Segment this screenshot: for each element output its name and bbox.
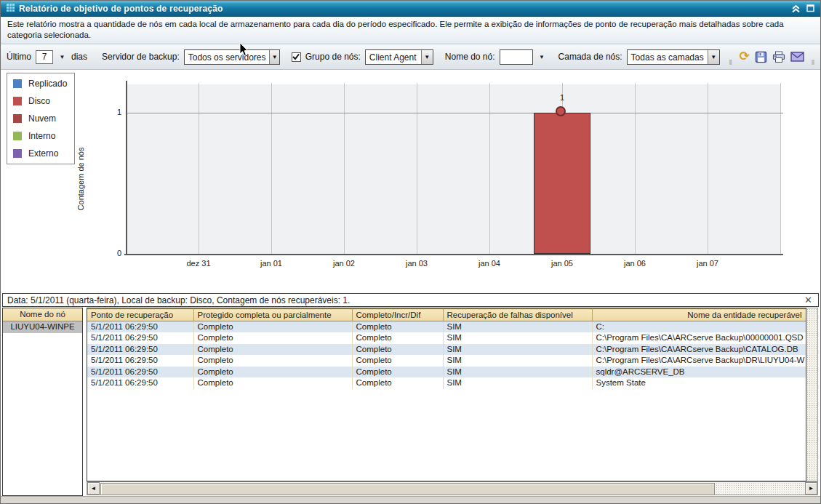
legend-item[interactable]: Disco <box>13 96 67 106</box>
node-group-value: Client Agent <box>366 50 421 64</box>
table-cell: 5/1/2011 06:29:50 <box>87 332 193 344</box>
gridline <box>344 83 345 254</box>
gridline <box>708 83 708 254</box>
legend-item[interactable]: Interno <box>13 131 67 141</box>
toolbar-overflow-grip-icon[interactable]: ⦀ <box>729 60 732 69</box>
column-header[interactable]: Nome da entidade recuperável <box>592 309 806 321</box>
node-group-label: Grupo de nós: <box>305 52 361 62</box>
column-header[interactable]: Recuperação de falhas disponível <box>443 309 592 321</box>
window-bottom-edge <box>1 496 820 504</box>
gridline <box>780 83 781 254</box>
days-dropdown-arrow-icon[interactable]: ▼ <box>57 50 67 64</box>
drag-grip-icon[interactable] <box>7 4 15 14</box>
node-list-pane: Nome do nó LIUYU04-WINPE <box>2 308 83 496</box>
backup-server-label: Servidor de backup: <box>102 52 180 62</box>
table-cell: Completo <box>193 332 352 344</box>
scroll-left-arrow-icon[interactable]: ◄ <box>87 482 100 495</box>
scroll-right-arrow-icon[interactable]: ► <box>805 482 817 495</box>
gridline <box>417 83 417 254</box>
table-cell: C:\Program Files\CA\ARCserve Backup\CATA… <box>592 344 806 356</box>
refresh-icon[interactable]: ⟳ <box>740 51 750 63</box>
legend-label: Nuvem <box>28 113 56 124</box>
table-cell: Completo <box>193 367 352 378</box>
x-axis-tick-label: jan 04 <box>464 259 515 268</box>
days-label: dias <box>71 52 87 62</box>
table-cell: SIM <box>443 355 592 367</box>
x-axis-tick-label: jan 05 <box>537 259 588 268</box>
column-header[interactable]: Ponto de recuperação <box>87 309 193 321</box>
last-label: Último <box>7 52 31 62</box>
toolbar-overflow-grip-icon[interactable]: ⦀ <box>812 60 814 69</box>
horizontal-scrollbar[interactable]: ◄ ► <box>87 481 818 495</box>
table-cell: C:\Program Files\CA\ARCserve Backup\DR\L… <box>592 355 806 367</box>
table-cell: 5/1/2011 06:29:50 <box>87 321 193 333</box>
legend-swatch-icon <box>13 97 22 105</box>
table-row[interactable]: 5/1/2011 06:29:50CompletoCompletoSIMC: <box>87 321 806 333</box>
collapse-chevrons-icon[interactable] <box>791 4 801 13</box>
table-row[interactable]: 5/1/2011 06:29:50CompletoCompletoSIMC:\P… <box>87 355 806 367</box>
node-name-input[interactable] <box>500 49 533 65</box>
table-cell: Completo <box>352 321 443 333</box>
legend-item[interactable]: Replicado <box>13 79 67 89</box>
backup-server-select[interactable]: Todos os servidores ▼ <box>184 49 280 65</box>
table-row[interactable]: 5/1/2011 06:29:50CompletoCompletoSIMC:\P… <box>87 344 806 356</box>
email-icon[interactable] <box>790 52 804 62</box>
node-name-label: Nome do nó: <box>445 52 495 62</box>
chevron-down-icon: ▼ <box>708 50 719 64</box>
x-axis-tick-label: jan 01 <box>246 259 297 268</box>
table-cell: Completo <box>193 355 352 367</box>
table-row[interactable]: 5/1/2011 06:29:50CompletoCompletoSIMSyst… <box>87 377 806 389</box>
y-axis-tick-label: 0 <box>108 249 121 257</box>
legend-item[interactable]: Externo <box>13 148 67 159</box>
table-row[interactable]: 5/1/2011 06:29:50CompletoCompletoSIMsqld… <box>87 367 806 378</box>
chevron-down-icon: ▼ <box>269 50 279 64</box>
days-value-box[interactable]: 7 <box>36 50 53 64</box>
gridline <box>271 83 272 254</box>
column-header[interactable]: Protegido completa ou parcialmente <box>193 309 352 321</box>
scrollbar-thumb[interactable] <box>100 483 715 495</box>
node-tier-value: Todas as camadas <box>628 50 708 64</box>
table-cell: SIM <box>443 367 592 378</box>
gridline <box>126 113 783 113</box>
table-cell: Completo <box>193 344 352 356</box>
close-icon[interactable]: ✕ <box>803 295 814 305</box>
node-list-header: Nome do nó <box>3 308 82 321</box>
legend-swatch-icon <box>13 79 22 88</box>
node-name-dropdown-arrow-icon[interactable]: ▼ <box>537 50 547 64</box>
report-description: Este relatório mostra a quantidade de nó… <box>1 17 820 44</box>
rpo-bar-chart: dez 31jan 01jan 02jan 03jan 04jan 05jan … <box>1 70 821 290</box>
maximize-square-icon[interactable] <box>806 4 814 12</box>
vertical-scrollbar[interactable] <box>806 308 818 481</box>
data-point-marker[interactable] <box>556 106 566 116</box>
legend-item[interactable]: Nuvem <box>13 113 67 124</box>
node-group-checkbox[interactable] <box>292 52 301 62</box>
report-window: Relatório de objetivo de pontos de recup… <box>0 0 821 504</box>
column-header[interactable]: Completo/Incr/Dif <box>352 309 443 321</box>
save-icon[interactable] <box>755 51 767 63</box>
recovery-point-table: Ponto de recuperaçãoProtegido completa o… <box>87 308 806 481</box>
node-tier-select[interactable]: Todas as camadas ▼ <box>627 49 720 65</box>
table-cell: Completo <box>193 321 352 333</box>
x-axis-tick-label: jan 06 <box>609 259 660 268</box>
chevron-down-icon: ▼ <box>421 50 433 64</box>
node-tier-label: Camada de nós: <box>558 52 622 62</box>
chart-region: dez 31jan 01jan 02jan 03jan 04jan 05jan … <box>1 70 821 290</box>
node-group-select[interactable]: Client Agent ▼ <box>365 49 433 65</box>
legend-swatch-icon <box>13 114 22 123</box>
print-icon[interactable] <box>772 51 785 63</box>
table-cell: System State <box>592 377 806 389</box>
node-list-item[interactable]: LIUYU04-WINPE <box>3 321 82 333</box>
table-row[interactable]: 5/1/2011 06:29:50CompletoCompletoSIMC:\P… <box>87 332 806 344</box>
detail-header-bar: Data: 5/1/2011 (quarta-feira), Local de … <box>2 293 819 307</box>
table-cell: SIM <box>443 377 592 389</box>
legend-label: Disco <box>28 96 50 106</box>
table-cell: SIM <box>443 332 592 344</box>
table-cell: 5/1/2011 06:29:50 <box>87 344 193 356</box>
table-cell: SIM <box>443 321 592 333</box>
table-cell: Completo <box>352 367 443 378</box>
table-cell: Completo <box>352 355 443 367</box>
legend-swatch-icon <box>13 149 22 158</box>
backup-server-value: Todos os servidores <box>185 50 270 64</box>
bar-disco[interactable] <box>534 113 590 254</box>
x-axis-tick-label: jan 03 <box>391 259 442 268</box>
